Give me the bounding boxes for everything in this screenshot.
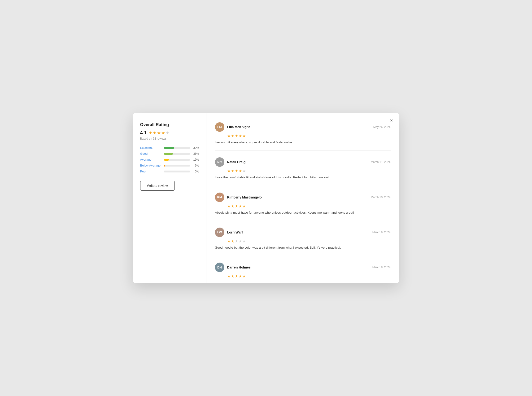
left-panel: Overall Rating 4.1 ★ ★ ★ ★ ★ Based on 62…: [133, 113, 206, 283]
reviewer-info: LMLilia McKnight: [215, 122, 250, 132]
reviewer-name: Lorri Warf: [227, 230, 243, 234]
star-icon: ★: [231, 274, 234, 279]
review-item: LWLorri WarfMarch 9, 2024★★★★★Good hoodi…: [215, 227, 391, 256]
star-icon: ★: [235, 239, 238, 243]
bar-fill: [164, 165, 166, 167]
star-icon: ★: [227, 134, 230, 138]
star-5: ★: [166, 130, 169, 135]
star-2: ★: [153, 130, 156, 135]
bar-percentage: 0%: [193, 170, 199, 173]
bar-track: [164, 171, 190, 172]
bar-fill: [164, 153, 173, 155]
review-item: LMLilia McKnightMay 26, 2024★★★★★I've wo…: [215, 122, 391, 151]
star-1: ★: [149, 130, 152, 135]
star-icon: ★: [227, 169, 230, 173]
star-icon: ★: [242, 239, 246, 243]
bar-fill: [164, 159, 169, 161]
reviewer-name: Natali Craig: [227, 160, 246, 164]
rating-label-average[interactable]: Average: [140, 158, 161, 161]
rating-bars: Excellent39%Good35%Average19%Below Avera…: [140, 146, 199, 173]
bar-track: [164, 159, 190, 161]
reviewer-info: DHDarren Holmes: [215, 262, 251, 272]
review-stars: ★★★★★: [227, 274, 391, 279]
reviewer-info: KMKimberly Mastrangelo: [215, 192, 262, 202]
rating-bar-row-average: Average19%: [140, 158, 199, 161]
review-text: I've worn it everywhere, super durable a…: [215, 140, 391, 145]
star-icon: ★: [239, 134, 242, 138]
review-header: NCNatali CraigMarch 11, 2024: [215, 157, 391, 167]
review-item: DHDarren HolmesMarch 8, 2024★★★★★: [215, 262, 391, 283]
review-text: I love the comfortable fit and stylish l…: [215, 175, 391, 180]
star-icon: ★: [235, 274, 238, 279]
review-date: March 8, 2024: [372, 266, 391, 269]
review-item: KMKimberly MastrangeloMarch 10, 2024★★★★…: [215, 192, 391, 221]
review-item: NCNatali CraigMarch 11, 2024★★★★★I love …: [215, 157, 391, 186]
star-icon: ★: [242, 169, 246, 173]
review-stars: ★★★★★: [227, 134, 391, 138]
reviewer-name: Kimberly Mastrangelo: [227, 195, 262, 199]
rating-bar-row-good: Good35%: [140, 152, 199, 155]
review-header: LMLilia McKnightMay 26, 2024: [215, 122, 391, 132]
star-icon: ★: [239, 204, 242, 208]
star-icon: ★: [235, 204, 238, 208]
review-header: DHDarren HolmesMarch 8, 2024: [215, 262, 391, 272]
star-icon: ★: [239, 169, 242, 173]
star-icon: ★: [231, 169, 234, 173]
star-icon: ★: [231, 239, 234, 243]
star-4: ★: [161, 130, 165, 135]
avatar: DH: [215, 262, 224, 272]
rating-bar-row-excellent: Excellent39%: [140, 146, 199, 150]
review-stars: ★★★★★: [227, 239, 391, 243]
star-3: ★: [157, 130, 161, 135]
review-date: March 9, 2024: [372, 231, 391, 234]
bar-track: [164, 165, 190, 167]
reviewer-name: Darren Holmes: [227, 265, 251, 269]
review-header: KMKimberly MastrangeloMarch 10, 2024: [215, 192, 391, 202]
avatar: LW: [215, 227, 224, 237]
avatar: KM: [215, 192, 224, 202]
review-text: Absolutely a must-have for anyone who en…: [215, 210, 391, 215]
review-date: March 10, 2024: [371, 196, 390, 199]
star-icon: ★: [231, 204, 234, 208]
review-modal: Overall Rating 4.1 ★ ★ ★ ★ ★ Based on 62…: [133, 113, 399, 283]
rating-bar-row-poor: Poor0%: [140, 170, 199, 173]
avatar: LM: [215, 122, 224, 132]
rating-label-below-average[interactable]: Below Average: [140, 164, 161, 167]
bar-track: [164, 147, 190, 149]
star-icon: ★: [235, 169, 238, 173]
star-icon: ★: [231, 134, 234, 138]
review-date: March 11, 2024: [371, 160, 390, 164]
review-stars: ★★★★★: [227, 169, 391, 173]
star-icon: ★: [242, 204, 246, 208]
right-panel: × LMLilia McKnightMay 26, 2024★★★★★I've …: [206, 113, 399, 283]
review-header: LWLorri WarfMarch 9, 2024: [215, 227, 391, 237]
star-icon: ★: [235, 134, 238, 138]
bar-percentage: 6%: [193, 164, 199, 167]
star-icon: ★: [239, 274, 242, 279]
reviewer-name: Lilia McKnight: [227, 125, 250, 129]
star-icon: ★: [239, 239, 242, 243]
rating-label-poor[interactable]: Poor: [140, 170, 161, 173]
overall-stars: ★ ★ ★ ★ ★: [149, 130, 169, 135]
bar-percentage: 39%: [193, 146, 199, 150]
based-on-text: Based on 62 reviews: [140, 137, 199, 140]
write-review-button[interactable]: Write a review: [140, 181, 175, 191]
reviewer-info: LWLorri Warf: [215, 227, 243, 237]
reviewer-info: NCNatali Craig: [215, 157, 246, 167]
star-icon: ★: [227, 239, 230, 243]
rating-label-good[interactable]: Good: [140, 152, 161, 155]
overall-rating-title: Overall Rating: [140, 122, 199, 127]
review-stars: ★★★★★: [227, 204, 391, 208]
bar-track: [164, 153, 190, 155]
bar-percentage: 35%: [193, 152, 199, 155]
star-icon: ★: [242, 134, 246, 138]
rating-label-excellent[interactable]: Excellent: [140, 146, 161, 150]
review-text: Good hoodie but the color was a bit diff…: [215, 245, 391, 250]
bar-percentage: 19%: [193, 158, 199, 161]
close-button[interactable]: ×: [388, 117, 395, 124]
star-icon: ★: [227, 274, 230, 279]
rating-bar-row-below-average: Below Average6%: [140, 164, 199, 167]
review-list: LMLilia McKnightMay 26, 2024★★★★★I've wo…: [215, 122, 391, 283]
bar-fill: [164, 147, 174, 149]
rating-score-row: 4.1 ★ ★ ★ ★ ★: [140, 130, 199, 135]
